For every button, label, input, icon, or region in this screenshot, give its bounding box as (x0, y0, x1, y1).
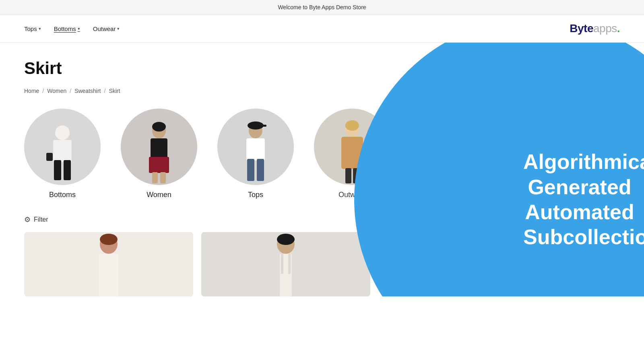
chevron-down-icon: ▾ (39, 26, 41, 31)
svg-point-22 (345, 120, 359, 131)
collection-bottoms[interactable]: Bottoms (24, 109, 101, 199)
logo[interactable]: Byteapps. (570, 22, 620, 35)
collection-circle-bottoms (24, 109, 101, 185)
nav-tops-label: Tops (24, 25, 37, 32)
collection-circle-tops (217, 109, 294, 185)
svg-rect-19 (257, 159, 264, 181)
svg-rect-34 (281, 254, 283, 274)
overlay-line1: Algorithmically (523, 150, 644, 173)
product-card-2[interactable] (201, 232, 370, 296)
collection-tops[interactable]: Tops (217, 109, 294, 199)
svg-rect-11 (152, 172, 158, 183)
logo-apps: apps (593, 22, 617, 35)
svg-rect-16 (262, 125, 266, 127)
svg-point-8 (152, 122, 166, 132)
logo-dot: . (617, 22, 620, 35)
breadcrumb-sep-1: / (42, 88, 44, 94)
breadcrumb-skirt: Skirt (109, 88, 120, 94)
blue-overlay: Algorithmically Generated Automated Subc… (354, 43, 644, 296)
svg-rect-5 (46, 153, 53, 161)
svg-point-15 (248, 121, 264, 130)
filter-button[interactable]: Filter (34, 216, 48, 223)
collection-label-women: Women (147, 191, 171, 199)
collection-women[interactable]: Women (121, 109, 197, 199)
svg-rect-10 (149, 157, 169, 173)
nav-outwear-label: Outwear (93, 25, 116, 32)
overlay-line3: Subcollections (523, 225, 644, 249)
collection-label-tops: Tops (248, 191, 263, 199)
breadcrumb-home[interactable]: Home (24, 88, 39, 94)
svg-rect-9 (151, 138, 167, 158)
breadcrumb-sep-2: / (70, 88, 71, 94)
nav-tops[interactable]: Tops ▾ (24, 25, 41, 32)
svg-rect-35 (288, 254, 291, 274)
collection-label-bottoms: Bottoms (49, 191, 76, 199)
announcement-text: Welcome to Byte Apps Demo Store (278, 4, 366, 10)
svg-point-32 (277, 234, 295, 245)
breadcrumb-sep-3: / (104, 88, 105, 94)
main-content: Skirt Home / Women / Sweatshirt / Skirt (0, 43, 644, 296)
svg-point-1 (55, 125, 70, 140)
svg-rect-24 (345, 168, 351, 183)
chevron-down-icon: ▾ (78, 26, 80, 31)
overlay-line2: Generated Automated (525, 175, 634, 224)
collection-circle-women (121, 109, 197, 185)
header: Tops ▾ Bottoms ▾ Outwear ▾ Byteapps. (0, 15, 644, 43)
svg-rect-17 (246, 138, 265, 160)
filter-icon: ⚙ (24, 215, 31, 224)
nav-bottoms-label: Bottoms (54, 25, 76, 32)
svg-rect-2 (53, 140, 72, 162)
svg-rect-12 (160, 172, 166, 183)
logo-byte: Byte (570, 22, 593, 35)
nav-bottoms[interactable]: Bottoms ▾ (54, 25, 80, 32)
overlay-text: Algorithmically Generated Automated Subc… (435, 149, 636, 250)
nav: Tops ▾ Bottoms ▾ Outwear ▾ (24, 25, 120, 32)
svg-rect-29 (99, 254, 118, 296)
svg-rect-3 (54, 160, 61, 180)
product-card-1[interactable] (24, 232, 193, 296)
nav-outwear[interactable]: Outwear ▾ (93, 25, 120, 32)
svg-rect-4 (64, 160, 71, 180)
chevron-down-icon: ▾ (117, 26, 120, 31)
svg-point-28 (100, 234, 118, 245)
breadcrumb-sweatshirt[interactable]: Sweatshirt (74, 88, 101, 94)
breadcrumb-women[interactable]: Women (47, 88, 66, 94)
announcement-bar: Welcome to Byte Apps Demo Store (0, 0, 644, 15)
svg-rect-18 (247, 159, 254, 181)
